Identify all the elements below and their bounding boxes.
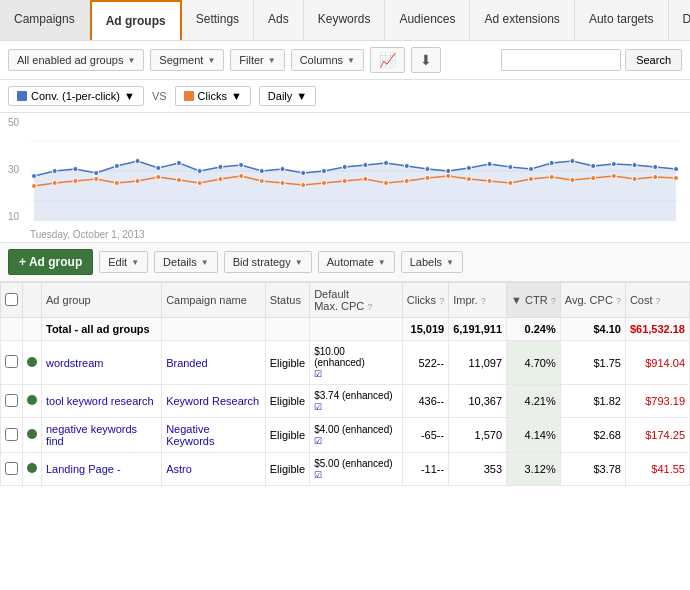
tab-ad-extensions[interactable]: Ad extensions [470, 0, 574, 40]
row-clicks-cell: 522-- [402, 341, 448, 385]
table-row: negative keywords find Negative Keywords… [1, 418, 690, 453]
row-checkbox[interactable] [5, 462, 18, 475]
chevron-down-icon: ▼ [124, 90, 135, 102]
tab-di[interactable]: Di... [669, 0, 690, 40]
ctr-header[interactable]: ▼ CTR ? [507, 283, 561, 318]
metric2-label: Clicks [198, 90, 227, 102]
chart-date-label: Tuesday, October 1, 2013 [30, 229, 145, 240]
adgroup-link[interactable]: Landing Page - [46, 463, 121, 475]
metric2-button[interactable]: Clicks ▼ [175, 86, 251, 106]
metric1-button[interactable]: Conv. (1-per-click) ▼ [8, 86, 144, 106]
row-max-cpc-cell: $5.00 (enhanced)☑ [310, 453, 403, 486]
row-checkbox[interactable] [5, 394, 18, 407]
row-ctr-cell: 4.14% [507, 418, 561, 453]
row-ctr-cell: 3.12% [507, 453, 561, 486]
line-chart [30, 117, 680, 225]
automate-button[interactable]: Automate ▼ [318, 251, 395, 273]
clicks-header: Clicks ? [402, 283, 448, 318]
bid-strategy-label: Bid strategy [233, 256, 291, 268]
total-checkbox-cell [1, 318, 23, 341]
total-clicks-cell: 15,019 [402, 318, 448, 341]
chevron-down-icon: ▼ [347, 56, 355, 65]
status-text-header: Status [265, 283, 309, 318]
adgroup-link[interactable]: wordstream [46, 357, 103, 369]
campaign-link[interactable]: Astro [166, 463, 192, 475]
row-checkbox-cell[interactable] [1, 453, 23, 486]
row-status-text-cell: Eligible [265, 385, 309, 418]
row-avg-cpc-cell: $3.78 [560, 453, 625, 486]
row-max-cpc-cell: $4.00 (enhanced)☑ [310, 418, 403, 453]
add-adgroup-button[interactable]: + Ad group [8, 249, 93, 275]
all-enabled-filter[interactable]: All enabled ad groups ▼ [8, 49, 144, 71]
bid-strategy-button[interactable]: Bid strategy ▼ [224, 251, 312, 273]
row-ctr-cell: 4.21% [507, 385, 561, 418]
table-row: wordstream Branded Eligible $10.00 (enha… [1, 341, 690, 385]
chevron-down-icon: ▼ [207, 56, 215, 65]
segment-filter[interactable]: Segment ▼ [150, 49, 224, 71]
details-button[interactable]: Details ▼ [154, 251, 218, 273]
row-checkbox-cell[interactable] [1, 341, 23, 385]
row-cost-cell: $41.55 [625, 453, 689, 486]
filter-label: Filter [239, 54, 263, 66]
total-max-cpc-cell [310, 318, 403, 341]
vs-label: VS [152, 90, 167, 102]
y-label-30: 30 [8, 164, 19, 175]
chevron-down-icon: ▼ [296, 90, 307, 102]
row-clicks-cell: -11-- [402, 453, 448, 486]
tab-settings[interactable]: Settings [182, 0, 254, 40]
labels-button[interactable]: Labels ▼ [401, 251, 463, 273]
total-dot-cell [23, 318, 42, 341]
impr-header: Impr. ? [449, 283, 507, 318]
chevron-down-icon: ▼ [131, 258, 139, 267]
tab-keywords[interactable]: Keywords [304, 0, 386, 40]
adgroup-link[interactable]: tool keyword research [46, 395, 154, 407]
row-impr-cell: 10,367 [449, 385, 507, 418]
automate-label: Automate [327, 256, 374, 268]
filter-filter[interactable]: Filter ▼ [230, 49, 284, 71]
total-campaign-cell [162, 318, 266, 341]
tab-ads[interactable]: Ads [254, 0, 304, 40]
campaign-header: Campaign name [162, 283, 266, 318]
chart-icon[interactable]: 📈 [370, 47, 405, 73]
total-avg-cpc-cell: $4.10 [560, 318, 625, 341]
download-icon[interactable]: ⬇ [411, 47, 441, 73]
row-checkbox-cell[interactable] [1, 385, 23, 418]
status-header [23, 283, 42, 318]
adgroup-table: Ad group Campaign name Status DefaultMax… [0, 282, 690, 486]
metric1-label: Conv. (1-per-click) [31, 90, 120, 102]
row-max-cpc-cell: $3.74 (enhanced)☑ [310, 385, 403, 418]
row-campaign-cell: Astro [162, 453, 266, 486]
edit-label: Edit [108, 256, 127, 268]
edit-button[interactable]: Edit ▼ [99, 251, 148, 273]
top-navigation: Campaigns Ad groups Settings Ads Keyword… [0, 0, 690, 41]
search-button[interactable]: Search [625, 49, 682, 71]
row-impr-cell: 353 [449, 453, 507, 486]
adgroup-link[interactable]: negative keywords find [46, 423, 137, 447]
campaign-link[interactable]: Keyword Research [166, 395, 259, 407]
metric2-color-dot [184, 91, 194, 101]
tab-audiences[interactable]: Audiences [385, 0, 470, 40]
row-campaign-cell: Branded [162, 341, 266, 385]
chevron-down-icon: ▼ [378, 258, 386, 267]
tab-auto-targets[interactable]: Auto targets [575, 0, 669, 40]
select-all-header[interactable] [1, 283, 23, 318]
columns-filter[interactable]: Columns ▼ [291, 49, 364, 71]
tab-campaigns[interactable]: Campaigns [0, 0, 90, 40]
row-clicks-cell: 436-- [402, 385, 448, 418]
row-checkbox[interactable] [5, 355, 18, 368]
row-adgroup-cell: Landing Page - [42, 453, 162, 486]
campaign-link[interactable]: Negative Keywords [166, 423, 214, 447]
row-cost-cell: $793.19 [625, 385, 689, 418]
row-checkbox-cell[interactable] [1, 418, 23, 453]
row-adgroup-cell: wordstream [42, 341, 162, 385]
tab-adgroups[interactable]: Ad groups [90, 0, 182, 40]
period-button[interactable]: Daily ▼ [259, 86, 316, 106]
chart-controls: Conv. (1-per-click) ▼ VS Clicks ▼ Daily … [0, 80, 690, 113]
segment-label: Segment [159, 54, 203, 66]
search-input[interactable] [501, 49, 621, 71]
row-checkbox[interactable] [5, 428, 18, 441]
total-row: Total - all ad groups 15,019 6,191,911 0… [1, 318, 690, 341]
select-all-checkbox[interactable] [5, 293, 18, 306]
row-campaign-cell: Keyword Research [162, 385, 266, 418]
campaign-link[interactable]: Branded [166, 357, 208, 369]
